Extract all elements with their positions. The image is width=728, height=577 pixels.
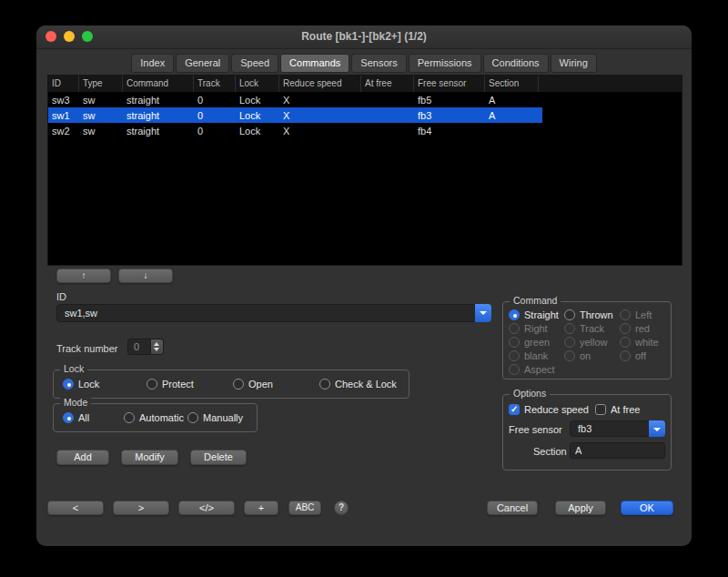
radio-icon xyxy=(620,337,631,348)
column-header-reduce-speed[interactable]: Reduce speed xyxy=(279,76,361,92)
cell-section: A xyxy=(485,95,539,106)
radio-icon xyxy=(509,350,520,361)
table-row-sw2[interactable]: sw2 sw straight 0 Lock X fb4 xyxy=(48,123,682,138)
command-radio-blank[interactable]: blank xyxy=(509,350,548,361)
mode-radio-manually[interactable]: Manually xyxy=(187,412,243,423)
chevron-down-icon[interactable] xyxy=(649,420,665,437)
cell-lock: Lock xyxy=(236,110,279,121)
column-header-track[interactable]: Track xyxy=(194,76,236,92)
delete-button[interactable]: Delete xyxy=(190,450,247,465)
tab-index[interactable]: Index xyxy=(131,54,174,73)
command-radio-aspect[interactable]: Aspect xyxy=(509,364,555,375)
tab-speed[interactable]: Speed xyxy=(231,54,278,73)
command-radio-yellow[interactable]: yellow xyxy=(564,337,608,348)
cell-track: 0 xyxy=(194,110,236,121)
chevron-down-icon[interactable] xyxy=(475,304,491,322)
close-window-button[interactable] xyxy=(46,31,56,42)
command-radio-off[interactable]: off xyxy=(620,350,646,361)
lock-group-label: Lock xyxy=(60,363,87,374)
id-combobox[interactable]: sw1,sw xyxy=(56,304,491,322)
tab-sensors[interactable]: Sensors xyxy=(351,54,406,73)
column-header-free-sensor[interactable]: Free sensor xyxy=(414,76,485,92)
radio-icon xyxy=(509,309,520,320)
radio-icon xyxy=(564,309,575,320)
ok-button[interactable]: OK xyxy=(621,501,673,515)
at-free-checkbox[interactable]: At free xyxy=(595,404,640,415)
command-group-label: Command xyxy=(510,295,561,306)
cell-type: sw xyxy=(79,110,123,121)
section-input[interactable] xyxy=(570,442,665,459)
xml-view-button[interactable]: </> xyxy=(178,501,235,515)
command-radio-on[interactable]: on xyxy=(564,350,591,361)
apply-button[interactable]: Apply xyxy=(555,501,606,515)
command-radio-straight[interactable]: Straight xyxy=(509,309,559,320)
tab-conditions[interactable]: Conditions xyxy=(483,54,549,73)
cell-free-sensor: fb5 xyxy=(414,95,485,106)
cell-section: A xyxy=(485,110,539,121)
radio-icon xyxy=(63,412,74,423)
help-button[interactable]: ? xyxy=(334,501,349,515)
column-header-section[interactable]: Section xyxy=(485,76,539,92)
column-header-type[interactable]: Type xyxy=(79,76,123,92)
cell-command: straight xyxy=(123,126,194,137)
radio-label: Right xyxy=(524,323,548,334)
radio-icon xyxy=(620,350,631,361)
command-radio-left[interactable]: Left xyxy=(620,309,652,320)
cell-reduce-speed: X xyxy=(279,95,361,106)
minimize-window-button[interactable] xyxy=(64,31,75,42)
next-route-button[interactable]: > xyxy=(113,501,169,515)
column-header-command[interactable]: Command xyxy=(123,76,194,92)
command-radio-green[interactable]: green xyxy=(509,337,550,348)
mode-group-label: Mode xyxy=(60,397,91,408)
tab-wiring[interactable]: Wiring xyxy=(551,54,597,73)
column-header-id[interactable]: ID xyxy=(48,76,79,92)
mode-radio-automatic[interactable]: Automatic xyxy=(124,412,184,423)
command-radio-red[interactable]: red xyxy=(620,323,650,334)
free-sensor-combobox[interactable]: fb3 xyxy=(570,420,665,437)
stepper-arrows-icon[interactable] xyxy=(150,339,163,354)
command-radio-track[interactable]: Track xyxy=(564,323,604,334)
radio-icon xyxy=(509,323,520,334)
column-header-at-free[interactable]: At free xyxy=(361,76,414,92)
tab-general[interactable]: General xyxy=(176,54,229,73)
radio-label: Check & Lock xyxy=(335,379,397,390)
tab-permissions[interactable]: Permissions xyxy=(409,54,481,73)
mode-groupbox: Mode All Automatic Manually xyxy=(53,403,258,432)
titlebar[interactable]: Route [bk1-]-[bk2+] (1/2) xyxy=(36,25,692,49)
radio-icon xyxy=(509,364,520,375)
radio-label: Left xyxy=(635,309,652,320)
table-row-sw1-selected[interactable]: sw1 sw straight 0 Lock X fb3 A xyxy=(48,107,542,123)
new-route-button[interactable]: + xyxy=(244,501,278,515)
cell-free-sensor: fb3 xyxy=(414,110,485,121)
abc-button[interactable]: ABC xyxy=(288,501,321,515)
column-header-lock[interactable]: Lock xyxy=(236,76,279,92)
radio-label: green xyxy=(524,337,550,348)
lock-radio-check-and-lock[interactable]: Check & Lock xyxy=(319,379,397,390)
track-number-stepper[interactable]: 0 xyxy=(127,339,164,355)
radio-label: yellow xyxy=(580,337,608,348)
lock-radio-lock[interactable]: Lock xyxy=(63,379,99,390)
lock-radio-protect[interactable]: Protect xyxy=(147,379,194,390)
id-combobox-value: sw1,sw xyxy=(65,308,97,319)
modify-button[interactable]: Modify xyxy=(121,450,178,465)
table-row-sw3[interactable]: sw3 sw straight 0 Lock X fb5 A xyxy=(48,92,682,107)
mode-radio-all[interactable]: All xyxy=(63,412,89,423)
lock-radio-open[interactable]: Open xyxy=(233,379,273,390)
zoom-window-button[interactable] xyxy=(82,31,93,42)
move-up-button[interactable]: ↑ xyxy=(56,268,111,283)
move-down-button[interactable]: ↓ xyxy=(118,268,173,283)
command-radio-right[interactable]: Right xyxy=(509,323,548,334)
command-radio-white[interactable]: white xyxy=(620,337,659,348)
radio-icon xyxy=(564,323,575,334)
reduce-speed-checkbox[interactable]: Reduce speed xyxy=(509,404,589,415)
cancel-button[interactable]: Cancel xyxy=(487,501,538,515)
previous-route-button[interactable]: < xyxy=(47,501,104,515)
window-title: Route [bk1-]-[bk2+] (1/2) xyxy=(100,30,628,43)
add-button[interactable]: Add xyxy=(56,450,109,465)
options-group-label: Options xyxy=(510,388,550,399)
tab-commands[interactable]: Commands xyxy=(280,54,349,73)
checkbox-icon xyxy=(595,404,606,415)
radio-label: All xyxy=(78,412,89,423)
command-radio-thrown[interactable]: Thrown xyxy=(564,309,613,320)
radio-icon xyxy=(509,337,520,348)
